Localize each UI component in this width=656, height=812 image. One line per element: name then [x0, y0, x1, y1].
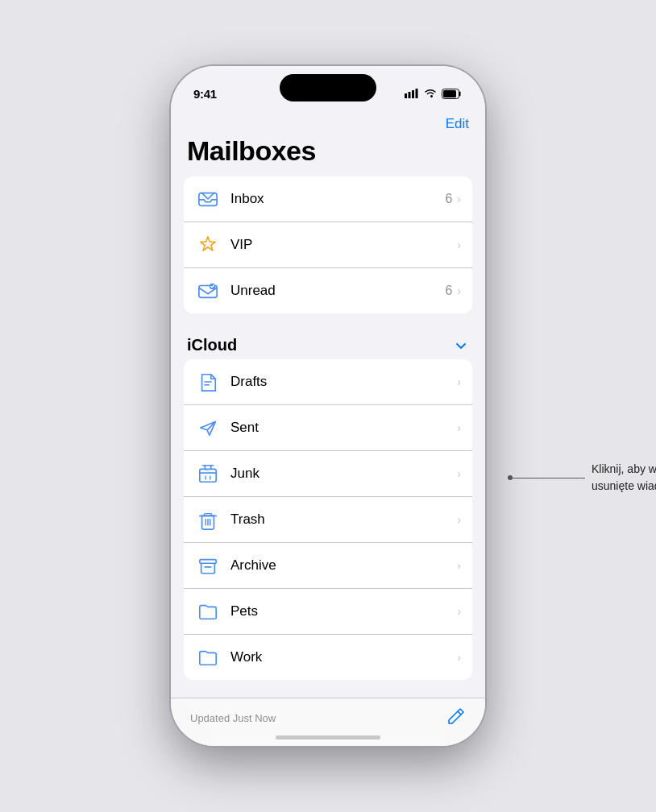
pets-label: Pets: [230, 603, 457, 619]
list-item-archive[interactable]: Archive ›: [184, 543, 472, 589]
icloud-section-header[interactable]: iCloud: [171, 329, 485, 359]
phone-frame: 9:41: [171, 66, 485, 746]
work-label: Work: [230, 649, 457, 665]
compose-icon: [446, 706, 466, 726]
inbox-icon: [195, 186, 221, 212]
trash-chevron: ›: [457, 513, 461, 526]
vip-label: VIP: [230, 237, 457, 253]
pets-folder-icon: [195, 599, 221, 624]
status-time: 9:41: [193, 87, 217, 101]
compose-button[interactable]: [446, 706, 466, 731]
sent-label: Sent: [230, 420, 457, 436]
junk-label: Junk: [230, 466, 457, 482]
edit-button[interactable]: Edit: [446, 116, 469, 132]
list-item-vip[interactable]: VIP ›: [184, 222, 472, 268]
svg-rect-0: [405, 93, 407, 98]
list-item-unread[interactable]: Unread 6 ›: [184, 268, 472, 313]
unread-badge: 6: [445, 284, 452, 298]
main-content: Edit Mailboxes: [171, 110, 485, 746]
svg-rect-3: [416, 89, 418, 98]
dynamic-island: [280, 74, 376, 102]
work-chevron: ›: [457, 651, 461, 664]
archive-chevron: ›: [457, 559, 461, 572]
svg-rect-2: [412, 90, 414, 98]
list-item-inbox[interactable]: Inbox 6 ›: [184, 176, 472, 222]
annotation-text: Kliknij, aby wyświetlić ostatnio usunięt…: [592, 461, 656, 495]
signal-icon: [405, 89, 419, 98]
list-item-work[interactable]: Work ›: [184, 635, 472, 680]
list-item-junk[interactable]: Junk ›: [184, 451, 472, 497]
drafts-chevron: ›: [457, 375, 461, 388]
unread-label: Unread: [230, 283, 445, 299]
battery-icon: [442, 89, 463, 99]
star-icon: [195, 232, 221, 258]
list-item-trash[interactable]: Trash ›: [184, 497, 472, 543]
sent-icon: [195, 415, 221, 441]
update-status: Updated Just Now: [190, 712, 276, 724]
status-bar: 9:41: [171, 66, 485, 110]
sent-chevron: ›: [457, 421, 461, 434]
inbox-label: Inbox: [230, 191, 445, 207]
inbox-chevron: ›: [457, 193, 461, 205]
status-icons: [405, 89, 463, 99]
list-item-pets[interactable]: Pets ›: [184, 589, 472, 635]
trash-icon: [195, 507, 221, 532]
header: Edit: [171, 110, 485, 135]
drafts-icon: [195, 369, 221, 395]
icloud-mailboxes-group: Drafts › Sent ›: [184, 359, 472, 680]
junk-chevron: ›: [457, 467, 461, 480]
archive-label: Archive: [230, 557, 457, 574]
smart-mailboxes-group: Inbox 6 › VIP ›: [184, 176, 472, 313]
trash-label: Trash: [230, 512, 457, 528]
inbox-badge: 6: [445, 192, 452, 206]
drafts-label: Drafts: [230, 374, 457, 390]
pets-chevron: ›: [457, 605, 461, 618]
home-indicator: [276, 735, 380, 740]
page-title: Mailboxes: [187, 135, 469, 167]
work-folder-icon: [195, 644, 221, 670]
wifi-icon: [424, 89, 437, 98]
vip-chevron: ›: [457, 238, 461, 251]
page-title-section: Mailboxes: [171, 135, 485, 176]
svg-rect-1: [409, 92, 411, 98]
list-item-drafts[interactable]: Drafts ›: [184, 359, 472, 405]
svg-rect-23: [200, 560, 216, 564]
svg-rect-5: [443, 90, 456, 97]
icloud-title: iCloud: [187, 336, 237, 354]
archive-icon: [195, 553, 221, 578]
unread-icon: [195, 278, 221, 304]
scroll-area[interactable]: Inbox 6 › VIP ›: [171, 176, 485, 746]
annotation-arrow-line: [513, 478, 585, 478]
junk-icon: [195, 461, 221, 487]
unread-chevron: ›: [457, 284, 461, 297]
icloud-chevron-icon: [453, 338, 469, 354]
annotation-line: Kliknij, aby wyświetlić ostatnio usunięt…: [508, 461, 656, 495]
list-item-sent[interactable]: Sent ›: [184, 405, 472, 451]
